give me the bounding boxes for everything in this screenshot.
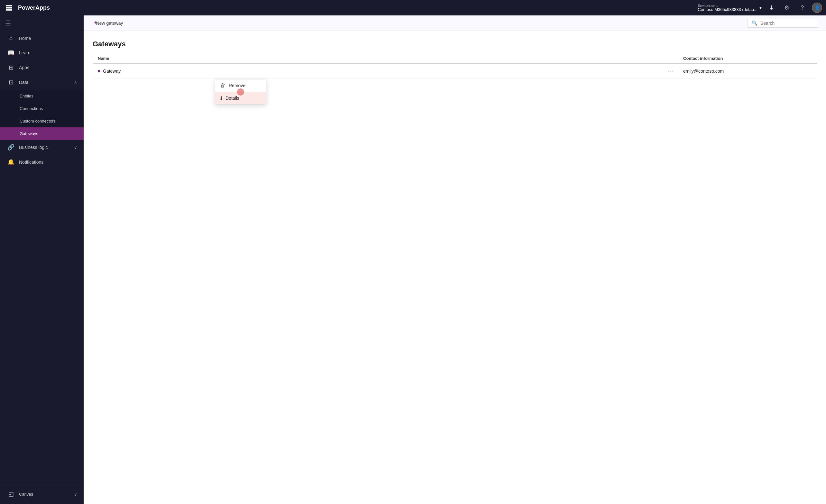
sidebar-item-business-logic-label: Business logic xyxy=(19,145,48,150)
svg-rect-7 xyxy=(8,9,10,11)
canvas-chevron-icon: ∨ xyxy=(74,492,77,497)
sidebar-footer: ◱ Canvas ∨ xyxy=(0,484,83,504)
svg-rect-8 xyxy=(10,9,12,11)
apps-icon: ⊞ xyxy=(7,64,14,71)
details-label: Details xyxy=(226,96,239,101)
topbar: PowerApps Environment Contoso M365x93383… xyxy=(0,0,826,15)
sidebar-item-notifications[interactable]: 🔔 Notifications xyxy=(0,155,83,170)
sidebar-item-custom-connectors[interactable]: Custom connectors xyxy=(0,115,83,127)
sidebar-item-notifications-label: Notifications xyxy=(19,160,44,165)
environment-chevron-icon: ▾ xyxy=(759,5,762,10)
sidebar-item-apps[interactable]: ⊞ Apps xyxy=(0,60,83,75)
svg-rect-6 xyxy=(6,9,8,11)
sidebar-item-data-label: Data xyxy=(19,80,28,85)
page-content: Gateways Name Contact information Gatewa… xyxy=(83,31,826,504)
search-bar[interactable]: 🔍 Search xyxy=(748,19,818,28)
user-avatar[interactable]: 👤 xyxy=(812,3,822,13)
data-chevron-icon: ∧ xyxy=(74,80,77,85)
sidebar-item-entities[interactable]: Entities xyxy=(0,90,83,102)
gateway-contact-cell: emily@contoso.com xyxy=(683,68,812,74)
sidebar-item-gateways-label: Gateways xyxy=(20,131,38,136)
svg-rect-0 xyxy=(6,5,8,6)
svg-rect-3 xyxy=(6,7,8,9)
environment-name: Contoso M365x933833 (defau... xyxy=(698,7,758,12)
sidebar-item-connections[interactable]: Connections xyxy=(0,102,83,115)
settings-icon[interactable]: ⚙ xyxy=(781,2,792,13)
data-icon: ⊡ xyxy=(7,79,14,86)
download-icon[interactable]: ⬇ xyxy=(766,2,777,13)
col-name-header: Name xyxy=(98,56,683,61)
page-title: Gateways xyxy=(93,40,817,48)
environment-selector[interactable]: Environment Contoso M365x933833 (defau..… xyxy=(698,4,762,12)
waffle-menu-icon[interactable] xyxy=(4,3,14,13)
row-indicator-icon xyxy=(98,70,100,72)
new-gateway-label: New gateway xyxy=(96,20,123,26)
sidebar-item-canvas[interactable]: ◱ Canvas ∨ xyxy=(0,487,83,501)
search-icon: 🔍 xyxy=(752,20,758,26)
sidebar-item-canvas-label: Canvas xyxy=(19,492,33,497)
sidebar-item-data[interactable]: ⊡ Data ∧ xyxy=(0,75,83,90)
sidebar-item-custom-connectors-label: Custom connectors xyxy=(20,119,56,124)
search-label: Search xyxy=(760,20,774,26)
new-gateway-button[interactable]: + New gateway xyxy=(91,18,126,28)
notifications-icon: 🔔 xyxy=(7,159,14,166)
sidebar-item-entities-label: Entities xyxy=(20,93,34,99)
svg-rect-5 xyxy=(10,7,12,9)
home-icon: ⌂ xyxy=(7,35,14,42)
sidebar-item-connections-label: Connections xyxy=(20,106,43,111)
canvas-icon: ◱ xyxy=(7,491,14,498)
business-logic-icon: 🔗 xyxy=(7,144,14,151)
gateway-name-cell: Gateway xyxy=(98,68,666,74)
gateway-name: Gateway xyxy=(103,68,121,74)
data-submenu: Entities Connections Custom connectors G… xyxy=(0,90,83,140)
sidebar-item-gateways[interactable]: Gateways xyxy=(0,127,83,140)
context-menu: 🗑 Remove ℹ Details xyxy=(215,79,266,105)
main-layout: ☰ ⌂ Home 📖 Learn ⊞ Apps ⊡ Data ∧ Entitie… xyxy=(0,15,826,504)
sidebar-item-learn-label: Learn xyxy=(19,50,31,55)
col-contact-header: Contact information xyxy=(683,56,812,61)
gateway-contact: emily@contoso.com xyxy=(683,68,724,74)
sidebar: ☰ ⌂ Home 📖 Learn ⊞ Apps ⊡ Data ∧ Entitie… xyxy=(0,15,83,504)
app-logo: PowerApps xyxy=(18,4,50,11)
learn-icon: 📖 xyxy=(7,49,14,56)
svg-rect-1 xyxy=(8,5,10,6)
sidebar-item-home[interactable]: ⌂ Home xyxy=(0,31,83,45)
sidebar-toggle-button[interactable]: ☰ xyxy=(0,15,83,31)
help-icon[interactable]: ? xyxy=(796,2,808,13)
page-toolbar: + New gateway 🔍 Search xyxy=(83,15,826,31)
remove-menu-item[interactable]: 🗑 Remove xyxy=(215,79,266,92)
remove-label: Remove xyxy=(229,83,245,88)
sidebar-item-apps-label: Apps xyxy=(19,65,29,70)
sidebar-item-learn[interactable]: 📖 Learn xyxy=(0,45,83,60)
info-icon: ℹ xyxy=(220,95,222,101)
business-logic-chevron-icon: ∨ xyxy=(74,145,77,150)
details-menu-item[interactable]: ℹ Details xyxy=(215,92,266,104)
svg-rect-2 xyxy=(10,5,12,6)
svg-rect-4 xyxy=(8,7,10,9)
table-header: Name Contact information xyxy=(93,56,817,64)
main-panel: + New gateway 🔍 Search Gateways Name Con… xyxy=(83,15,826,504)
sidebar-item-business-logic[interactable]: 🔗 Business logic ∨ xyxy=(0,140,83,155)
sidebar-item-home-label: Home xyxy=(19,36,31,41)
remove-icon: 🗑 xyxy=(220,83,226,88)
more-options-button[interactable]: ··· xyxy=(666,67,675,75)
table-row: Gateway ··· emily@contoso.com 🗑 Remove ℹ… xyxy=(93,64,817,78)
